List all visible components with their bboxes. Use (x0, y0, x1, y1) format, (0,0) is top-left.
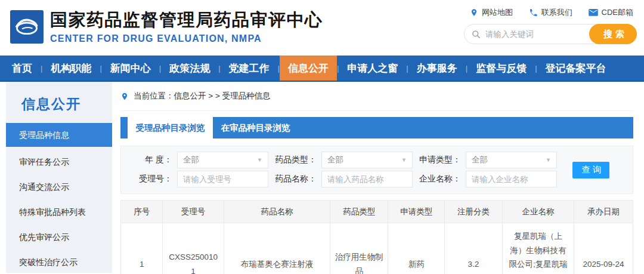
nav-item-home[interactable]: 首页 (4, 56, 41, 81)
search-input[interactable] (485, 30, 586, 39)
main-panel: 当前位置：信息公开 > > 受理品种信息 受理品种目录浏览 在审品种目录浏览 年… (112, 82, 644, 273)
sidebar: 信息公开 受理品种信息 审评任务公示 沟通交流公示 特殊审批品种列表 优先审评公… (6, 82, 112, 273)
sidebar-item-priority-review[interactable]: 优先审评公示 (6, 224, 112, 250)
filter-acceptance-number: 受理号： (126, 171, 268, 187)
col-header-handling-date: 承办日期 (574, 201, 633, 223)
mail-icon (589, 9, 598, 17)
query-button[interactable]: 查询 (572, 162, 609, 178)
sidebar-title: 信息公开 (6, 94, 112, 123)
breadcrumb: 当前位置：信息公开 > > 受理品种信息 (120, 82, 633, 111)
sidebar-item-breakthrough-therapy[interactable]: 突破性治疗公示 (6, 250, 112, 274)
acceptance-number-field (177, 171, 268, 187)
tab-under-review-catalog[interactable]: 在审品种目录浏览 (213, 117, 298, 138)
cell-handling-date: 2025-09-24 (574, 223, 633, 274)
filter-year: 年 度： 全部 ▼ (126, 152, 268, 168)
brand-titles: 国家药品监督管理局药品审评中心 CENTER FOR DRUG EVALUATI… (50, 10, 323, 44)
col-header-drug-name: 药品名称 (224, 201, 330, 223)
filter-drug-type: 药品类型： 全部 ▼ (270, 152, 413, 168)
location-pin-icon (120, 91, 129, 101)
cde-logo (10, 10, 44, 44)
sidebar-item-communication[interactable]: 沟通交流公示 (6, 174, 112, 199)
sidebar-item-accepted-varieties[interactable]: 受理品种信息 (6, 123, 112, 147)
nav-item-functions[interactable]: 机构职能 (42, 56, 100, 81)
company-name-field (466, 171, 557, 187)
year-select[interactable]: 全部 ▼ (177, 152, 268, 168)
breadcrumb-text: 当前位置：信息公开 > > 受理品种信息 (134, 91, 271, 101)
fish-swirl-icon (13, 12, 41, 42)
year-label: 年 度： (126, 155, 172, 165)
header-right: 网站地图 联系我们 CDE邮箱 搜索 (464, 0, 644, 56)
sitemap-label: 网站地图 (482, 7, 513, 18)
sitemap-link[interactable]: 网站地图 (470, 7, 513, 18)
nav-item-services[interactable]: 办事服务 (408, 56, 466, 81)
company-name-label: 企业名称： (414, 174, 461, 184)
main-nav: 首页 | 机构职能 | 新闻中心 | 政策法规 | 党建工作 | 信息公开 | … (0, 56, 644, 82)
drug-type-select[interactable]: 全部 ▼ (321, 152, 413, 168)
acceptance-number-label: 受理号： (126, 174, 172, 184)
brand: 国家药品监督管理局药品审评中心 CENTER FOR DRUG EVALUATI… (0, 0, 323, 56)
col-header-acceptance-number: 受理号 (163, 201, 224, 223)
drug-type-select-value: 全部 (327, 155, 401, 165)
filter-row-1: 年 度： 全部 ▼ 药品类型： 全部 ▼ 申请类型： 全部 (126, 151, 633, 169)
search-icon (472, 30, 481, 39)
drug-name-input[interactable] (327, 175, 407, 184)
site-subtitle: CENTER FOR DRUG EVALUATION, NMPA (50, 33, 323, 44)
map-pin-icon (470, 8, 478, 17)
filter-drug-name: 药品名称： (270, 171, 413, 187)
site-search: 搜索 (464, 24, 637, 44)
mailbox-label: CDE邮箱 (602, 7, 633, 18)
sidebar-item-review-tasks[interactable]: 审评任务公示 (6, 149, 112, 174)
contact-label: 联系我们 (541, 7, 572, 18)
nav-item-news[interactable]: 新闻中心 (102, 56, 159, 81)
cell-drug-type: 治疗用生物制品 (330, 223, 388, 274)
cell-acceptance-number: CXSS2500101 (163, 223, 224, 274)
col-header-application-type: 申请类型 (388, 201, 444, 223)
drug-type-label: 药品类型： (270, 155, 317, 165)
drug-name-field (321, 171, 413, 187)
filter-company-name: 企业名称： (414, 171, 557, 187)
cell-registration-class: 3.2 (444, 223, 502, 274)
phone-icon (529, 8, 538, 17)
col-header-index: 序号 (121, 201, 163, 223)
table-header-row: 序号 受理号 药品名称 药品类型 申请类型 注册分类 企业名称 承办日期 (121, 201, 633, 223)
nav-item-applicant-window[interactable]: 申请人之窗 (339, 56, 406, 81)
filter-row-2: 受理号： 药品名称： 企业名称： (126, 170, 633, 188)
cell-index: 1 (121, 223, 163, 274)
contact-link[interactable]: 联系我们 (529, 7, 572, 18)
cell-drug-name: 布瑞基奥仑赛注射液 (224, 223, 330, 274)
cell-company-name: 复星凯瑞（上海）生物科技有限公司;复星凯瑞（上海）生物科技有限公司; (502, 223, 574, 274)
drug-name-label: 药品名称： (270, 174, 317, 184)
col-header-company-name: 企业名称 (502, 201, 574, 223)
quick-links: 网站地图 联系我们 CDE邮箱 (464, 7, 637, 18)
tab-accepted-catalog[interactable]: 受理品种目录浏览 (128, 117, 213, 138)
year-select-value: 全部 (183, 155, 257, 165)
content-area: 信息公开 受理品种信息 审评任务公示 沟通交流公示 特殊审批品种列表 优先审评公… (0, 82, 644, 273)
nav-item-info-disclosure[interactable]: 信息公开 (280, 56, 337, 81)
results-table: 序号 受理号 药品名称 药品类型 申请类型 注册分类 企业名称 承办日期 1 C… (120, 200, 633, 274)
application-type-select-value: 全部 (472, 155, 546, 165)
nav-item-policies[interactable]: 政策法规 (161, 56, 218, 81)
nav-item-registration-platform[interactable]: 登记备案平台 (537, 56, 615, 81)
tab-bar: 受理品种目录浏览 在审品种目录浏览 (120, 117, 633, 138)
col-header-registration-class: 注册分类 (444, 201, 502, 223)
application-type-label: 申请类型： (414, 155, 461, 165)
chevron-down-icon: ▼ (546, 157, 551, 163)
nav-item-supervision[interactable]: 监督与反馈 (467, 56, 535, 81)
chevron-down-icon: ▼ (401, 157, 407, 163)
acceptance-number-input[interactable] (183, 175, 262, 184)
application-type-select[interactable]: 全部 ▼ (466, 152, 557, 168)
sidebar-item-special-approval[interactable]: 特殊审批品种列表 (6, 199, 112, 224)
site-header: 国家药品监督管理局药品审评中心 CENTER FOR DRUG EVALUATI… (0, 0, 644, 56)
filter-panel: 年 度： 全部 ▼ 药品类型： 全部 ▼ 申请类型： 全部 (120, 146, 633, 194)
search-button[interactable]: 搜索 (589, 24, 637, 44)
company-name-input[interactable] (472, 175, 551, 184)
table-row: 1 CXSS2500101 布瑞基奥仑赛注射液 治疗用生物制品 新药 3.2 复… (121, 223, 633, 274)
col-header-drug-type: 药品类型 (330, 201, 388, 223)
site-title: 国家药品监督管理局药品审评中心 (50, 10, 323, 30)
nav-item-party[interactable]: 党建工作 (221, 56, 278, 81)
chevron-down-icon: ▼ (257, 157, 262, 163)
mailbox-link[interactable]: CDE邮箱 (589, 7, 633, 18)
cell-application-type: 新药 (388, 223, 444, 274)
filter-application-type: 申请类型： 全部 ▼ (414, 152, 557, 168)
